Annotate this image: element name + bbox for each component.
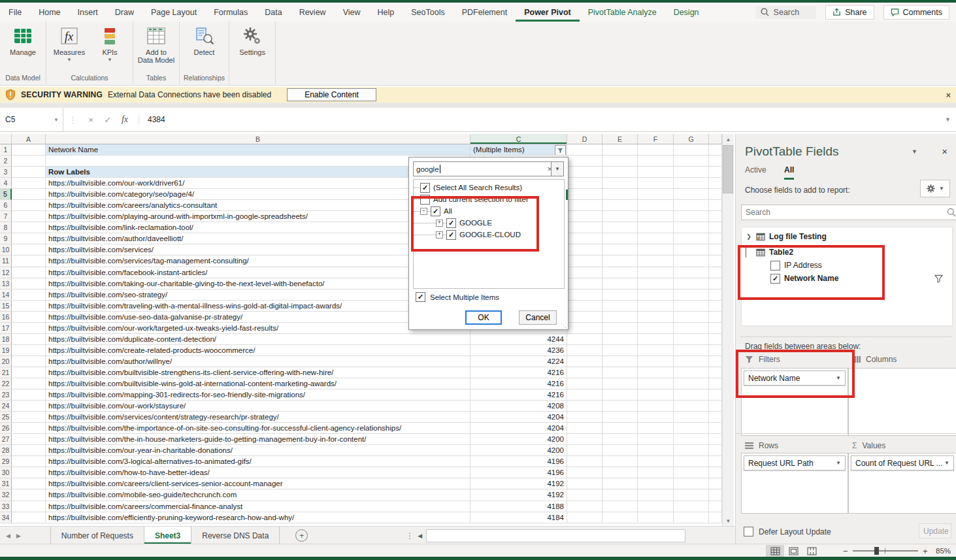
horizontal-scrollbar[interactable] <box>426 529 685 542</box>
ribbon-button-settings[interactable]: Settings <box>233 23 271 56</box>
cell-count-row-30[interactable]: 4196 <box>470 467 567 478</box>
name-box[interactable]: C5 ▼ <box>0 108 63 131</box>
row-header-23[interactable]: 23 <box>0 389 12 401</box>
cell-url-row-13[interactable]: https://builtvisible.com/taking-our-char… <box>46 278 470 289</box>
cell[interactable] <box>567 434 602 445</box>
cell[interactable] <box>567 356 602 367</box>
row-header-27[interactable]: 27 <box>0 434 12 445</box>
cell[interactable] <box>674 334 709 345</box>
formula-input[interactable]: 4384 <box>139 115 945 124</box>
cell[interactable] <box>674 401 709 412</box>
cell[interactable] <box>602 312 638 323</box>
cell[interactable] <box>674 356 709 367</box>
cell[interactable] <box>567 255 602 267</box>
cell[interactable] <box>567 244 602 255</box>
cell[interactable] <box>674 478 709 489</box>
cell-url-row-24[interactable]: https://builtvisible.com/our-work/staysu… <box>46 401 470 412</box>
column-header-A[interactable]: A <box>12 134 46 144</box>
cell[interactable] <box>674 167 709 178</box>
cell-c1[interactable]: (Multiple Items) <box>470 144 567 156</box>
tab-all-fields[interactable]: All <box>784 165 794 180</box>
row-header-10[interactable]: 10 <box>0 244 12 255</box>
cell[interactable] <box>602 323 638 334</box>
zoom-slider-thumb[interactable] <box>874 547 879 555</box>
cell[interactable] <box>602 356 638 367</box>
row-header-30[interactable]: 30 <box>0 467 12 478</box>
cell[interactable] <box>567 167 602 178</box>
field-table-log-file-testing[interactable]: ❯Log file Testing <box>742 230 952 243</box>
cell[interactable] <box>567 267 602 278</box>
column-header-corner[interactable] <box>709 134 722 144</box>
cancel-entry-icon[interactable]: × <box>82 115 99 125</box>
sheet-tab-number-of-requests[interactable]: Number of Requests <box>50 527 144 544</box>
cell-count-row-32[interactable]: 4192 <box>470 489 567 501</box>
cell[interactable] <box>638 167 674 178</box>
row-header-26[interactable]: 26 <box>0 423 12 434</box>
cell[interactable] <box>638 478 674 489</box>
cell-count-row-26[interactable]: 4204 <box>470 423 567 434</box>
ribbon-tab-pivottable-analyze[interactable]: PivotTable Analyze <box>580 3 665 22</box>
cell[interactable] <box>638 456 674 467</box>
row-header-33[interactable]: 33 <box>0 501 12 512</box>
cell[interactable] <box>638 289 674 301</box>
cell[interactable] <box>567 178 602 189</box>
cell[interactable] <box>709 467 722 478</box>
cell[interactable] <box>638 378 674 389</box>
row-header-4[interactable]: 4 <box>0 178 12 189</box>
chevron-down-icon[interactable]: ▼ <box>944 460 949 466</box>
cell[interactable] <box>12 178 46 189</box>
cell-url-row-4[interactable]: https://builtvisible.com/our-work/driver… <box>46 178 470 189</box>
defer-layout-row[interactable]: Defer Layout Update <box>744 527 831 536</box>
cell-url-row-18[interactable]: https://builtvisible.com/duplicate-conte… <box>46 334 470 345</box>
cell[interactable] <box>709 456 722 467</box>
cell[interactable] <box>567 489 602 501</box>
cell[interactable] <box>709 445 722 456</box>
cell[interactable] <box>638 312 674 323</box>
values-drop-area[interactable]: Count of Request URL ...▼ <box>848 453 956 514</box>
cell[interactable] <box>638 244 674 255</box>
ribbon-button-kpis[interactable]: KPIs▼ <box>91 23 129 63</box>
cell[interactable] <box>674 267 709 278</box>
cell[interactable] <box>638 255 674 267</box>
cell[interactable] <box>638 501 674 512</box>
cell[interactable] <box>567 467 602 478</box>
cell[interactable] <box>12 211 46 222</box>
ribbon-button-detect[interactable]: Detect <box>186 23 223 56</box>
cell-url-row-17[interactable]: https://builtvisible.com/our-work/target… <box>46 323 470 334</box>
cell[interactable] <box>709 345 722 356</box>
cell[interactable] <box>709 434 722 445</box>
cell[interactable] <box>709 401 722 412</box>
cell-url-row-34[interactable]: https://builtvisible.com/efficiently-pru… <box>46 512 470 523</box>
cell[interactable] <box>12 301 46 312</box>
cell[interactable] <box>602 289 638 301</box>
search-box[interactable]: Search <box>755 6 817 19</box>
cell[interactable] <box>638 200 674 211</box>
cell[interactable] <box>602 200 638 211</box>
cell[interactable] <box>12 334 46 345</box>
cell-count-row-25[interactable]: 4204 <box>470 412 567 423</box>
cell[interactable] <box>602 222 638 233</box>
cell[interactable] <box>638 412 674 423</box>
cell[interactable] <box>602 367 638 378</box>
column-header-F[interactable]: F <box>638 134 674 144</box>
close-icon[interactable]: × <box>942 146 948 157</box>
cell[interactable] <box>567 189 602 200</box>
sheet-nav-left-icon[interactable]: ◀ <box>0 533 16 539</box>
share-button[interactable]: Share <box>825 5 874 20</box>
cell[interactable] <box>602 244 638 255</box>
cell[interactable] <box>567 301 602 312</box>
row-header-7[interactable]: 7 <box>0 211 12 222</box>
cell[interactable] <box>674 312 709 323</box>
cell[interactable] <box>674 445 709 456</box>
cell[interactable] <box>674 244 709 255</box>
cell[interactable] <box>12 478 46 489</box>
cell[interactable] <box>12 378 46 389</box>
cell[interactable] <box>674 200 709 211</box>
cell[interactable] <box>567 278 602 289</box>
cell[interactable] <box>567 211 602 222</box>
cell[interactable] <box>12 323 46 334</box>
cell[interactable] <box>602 334 638 345</box>
ribbon-tab-home[interactable]: Home <box>30 3 69 22</box>
ribbon-tab-help[interactable]: Help <box>369 3 403 22</box>
ribbon-tab-insert[interactable]: Insert <box>69 3 107 22</box>
